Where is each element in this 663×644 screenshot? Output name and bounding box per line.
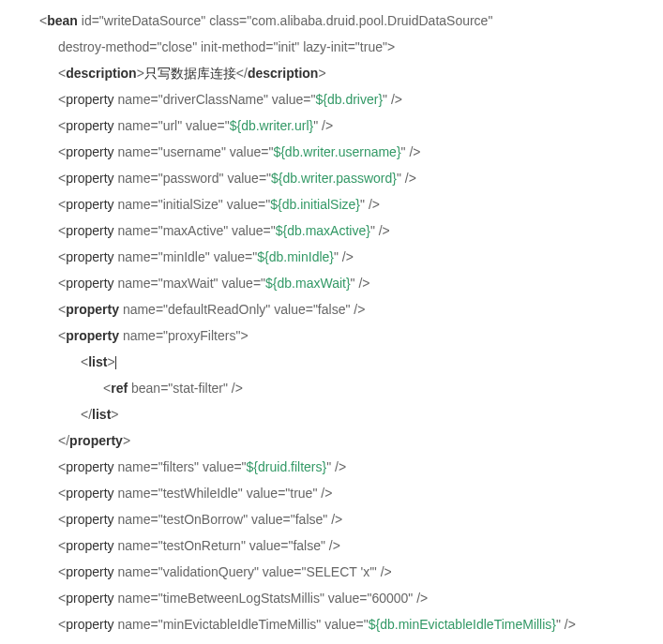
punct: > (137, 66, 144, 81)
punct: < (39, 13, 47, 28)
attr-name: name (123, 302, 156, 317)
tag-property: property (66, 92, 113, 107)
attr-value: value (274, 302, 305, 317)
attr-value: value (324, 617, 355, 632)
punct: " /> (313, 118, 333, 133)
val-value: true (290, 486, 312, 501)
punct: " (221, 144, 226, 159)
val-name: username (163, 144, 221, 159)
punct: < (103, 381, 111, 396)
punct: < (58, 302, 66, 317)
punct: =" (150, 512, 162, 527)
val-value: false (295, 512, 324, 527)
val-init: init (278, 39, 294, 54)
code-line: <property name="minIdle" value="${db.min… (17, 244, 646, 270)
tag-property: property (66, 223, 113, 238)
punct: =" (261, 144, 273, 159)
punct: " (265, 302, 270, 317)
val-name: timeBetweenLogStatsMillis (163, 591, 320, 606)
punct: =" (359, 591, 371, 606)
val-name: driverClassName (163, 92, 264, 107)
code-line: destroy-method="close" init-method="init… (17, 34, 646, 60)
tag-property: property (66, 276, 113, 291)
val-value: ${db.writer.password} (271, 171, 397, 186)
punct: =" (150, 92, 162, 107)
punct: " (320, 591, 324, 606)
attr-id: id (82, 13, 92, 28)
code-line: <property name="defaultReadOnly" value="… (17, 296, 646, 322)
attr-name: name (117, 171, 150, 186)
code-line: <property name="timeBetweenEvictionRunsM… (17, 637, 646, 644)
attr-name: name (117, 617, 150, 632)
punct: " /> (345, 302, 365, 317)
code-line: <property name="testOnReturn" value="fal… (17, 532, 646, 559)
punct: " (294, 39, 299, 54)
punct: " (201, 13, 205, 28)
punct: > (111, 407, 118, 422)
punct: < (58, 512, 66, 527)
punct: " (264, 92, 268, 107)
punct: "> (383, 39, 395, 54)
val-destroy: close (161, 39, 192, 54)
punct: < (58, 92, 66, 107)
val-name: initialSize (163, 197, 218, 212)
tag-list: list (88, 354, 107, 369)
punct: </ (58, 433, 69, 448)
punct: < (58, 564, 66, 579)
punct: " /> (312, 486, 332, 501)
punct: " /> (372, 564, 392, 579)
punct: =" (356, 617, 369, 632)
tag-bean: bean (47, 13, 78, 28)
val-lazy: true (360, 39, 383, 54)
val-name: testWhileIdle (163, 486, 238, 501)
tag-property: property (66, 118, 113, 133)
val-class: com.alibaba.druid.pool.DruidDataSource (251, 13, 488, 28)
attr-value: value (186, 118, 217, 133)
punct: " /> (556, 617, 576, 632)
attr-value: value (232, 223, 263, 238)
punct: =" (150, 538, 162, 553)
punct: =" (150, 118, 162, 133)
punct: " (194, 459, 199, 474)
punct: =" (156, 302, 168, 317)
val-name: testOnReturn (163, 538, 241, 553)
punct: =" (150, 276, 162, 291)
val-value: 60000 (371, 591, 408, 606)
tag-property: property (66, 512, 113, 527)
punct: " (238, 486, 243, 501)
attr-name: name (117, 276, 150, 291)
punct: " (243, 512, 248, 527)
attr-name: name (117, 564, 150, 579)
attr-class: class (209, 13, 239, 28)
code-line: <property name="testWhileIdle" value="tr… (17, 480, 646, 506)
val-value: ${db.minEvictableIdleTimeMillis} (369, 617, 556, 632)
punct: =" (150, 197, 162, 212)
punct: < (58, 144, 66, 159)
punct: =" (150, 486, 162, 501)
punct: " (254, 564, 259, 579)
attr-lazy: lazy-init (303, 39, 347, 54)
attr-value: value (221, 276, 252, 291)
tag-property: property (66, 617, 113, 632)
code-line: <property name="filters" value="${druid.… (17, 454, 646, 480)
punct: " /> (397, 171, 416, 186)
tag-property: property (66, 144, 113, 159)
punct: =" (218, 118, 230, 133)
code-line: </list> (17, 401, 646, 427)
tag-property: property (66, 302, 119, 317)
description-text: 只写数据库连接 (144, 66, 236, 81)
punct: " /> (360, 197, 380, 212)
val-value: false (293, 538, 321, 553)
attr-name: name (117, 249, 150, 264)
attr-value: value (227, 171, 258, 186)
attr-name: name (117, 223, 150, 238)
tag-property: property (66, 197, 113, 212)
tag-property: property (66, 249, 113, 264)
code-line: <property name="validationQuery" value="… (17, 559, 646, 585)
punct: < (58, 328, 66, 343)
punct: =" (303, 92, 315, 107)
attr-value: value (203, 459, 234, 474)
punct: " (192, 39, 197, 54)
tag-property: property (66, 171, 113, 186)
punct: =" (259, 171, 271, 186)
